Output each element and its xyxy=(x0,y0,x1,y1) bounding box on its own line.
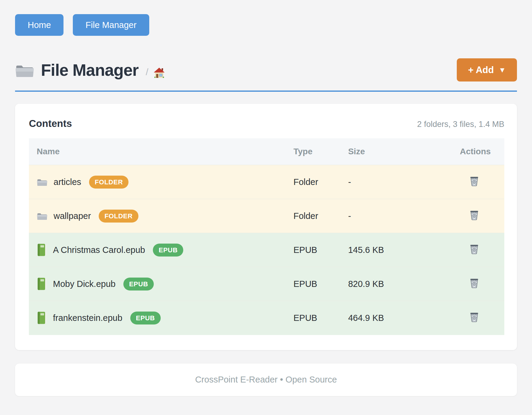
type-badge: EPUB xyxy=(153,244,183,257)
table-row[interactable]: articles FOLDER Folder - xyxy=(29,165,504,199)
add-button[interactable]: + Add ▼ xyxy=(457,58,517,81)
file-size: 145.6 KB xyxy=(348,245,384,255)
folder-icon xyxy=(37,212,48,220)
contents-card: Contents 2 folders, 3 files, 1.4 MB Name… xyxy=(15,104,517,350)
column-header-size: Size xyxy=(340,138,452,165)
delete-button[interactable] xyxy=(469,311,480,322)
green-book-icon xyxy=(37,277,47,290)
file-name[interactable]: Moby Dick.epub xyxy=(53,279,116,289)
file-size: - xyxy=(348,211,351,221)
breadcrumb: / xyxy=(146,66,166,78)
type-badge: EPUB xyxy=(123,278,154,290)
column-header-actions: Actions xyxy=(452,138,504,165)
top-nav: Home File Manager xyxy=(15,14,517,36)
page-header: File Manager / + Add ▼ xyxy=(15,58,517,81)
file-size: - xyxy=(348,177,351,187)
trash-icon xyxy=(469,217,480,221)
delete-button[interactable] xyxy=(469,175,480,186)
file-type: Folder xyxy=(293,211,318,221)
header-divider xyxy=(15,91,517,92)
table-header-row: Name Type Size Actions xyxy=(29,138,504,165)
folder-icon xyxy=(15,63,34,78)
card-title: Contents xyxy=(29,118,72,129)
file-name[interactable]: A Christmas Carol.epub xyxy=(53,245,145,255)
file-manager-button[interactable]: File Manager xyxy=(73,14,149,36)
trash-icon xyxy=(469,183,480,187)
file-size: 464.9 KB xyxy=(348,313,384,323)
caret-down-icon: ▼ xyxy=(499,66,506,74)
page: Home File Manager File Manager / + Add ▼… xyxy=(0,0,532,396)
type-badge: FOLDER xyxy=(99,210,138,223)
contents-summary: 2 folders, 3 files, 1.4 MB xyxy=(417,120,504,129)
trash-icon xyxy=(469,251,480,255)
green-book-icon xyxy=(37,311,47,324)
file-type: EPUB xyxy=(293,313,317,323)
file-size: 820.9 KB xyxy=(348,279,384,289)
home-icon[interactable] xyxy=(153,66,166,78)
breadcrumb-separator: / xyxy=(146,66,148,78)
home-button[interactable]: Home xyxy=(15,14,63,36)
column-header-type: Type xyxy=(286,138,340,165)
trash-icon xyxy=(469,319,480,323)
delete-button[interactable] xyxy=(469,277,480,288)
green-book-icon xyxy=(37,243,47,257)
table-row[interactable]: wallpaper FOLDER Folder - xyxy=(29,199,504,233)
type-badge: FOLDER xyxy=(89,176,128,189)
add-button-label: + Add xyxy=(468,65,494,75)
file-name[interactable]: wallpaper xyxy=(54,211,91,221)
folder-icon xyxy=(37,178,48,186)
file-type: EPUB xyxy=(293,245,317,255)
delete-button[interactable] xyxy=(469,243,480,254)
file-type: Folder xyxy=(293,177,318,187)
card-header: Contents 2 folders, 3 files, 1.4 MB xyxy=(29,118,504,129)
title-wrap: File Manager xyxy=(15,60,138,80)
type-badge: EPUB xyxy=(130,312,161,324)
table-row[interactable]: Moby Dick.epub EPUB EPUB 820.9 KB xyxy=(29,267,504,301)
table-row[interactable]: frankenstein.epub EPUB EPUB 464.9 KB xyxy=(29,301,504,335)
file-table: Name Type Size Actions articles FOLDER F… xyxy=(29,138,504,335)
file-type: EPUB xyxy=(293,279,317,289)
delete-button[interactable] xyxy=(469,209,480,220)
table-row[interactable]: A Christmas Carol.epub EPUB EPUB 145.6 K… xyxy=(29,233,504,267)
column-header-name: Name xyxy=(29,138,286,165)
file-name[interactable]: articles xyxy=(54,177,81,187)
file-name[interactable]: frankenstein.epub xyxy=(53,313,122,323)
trash-icon xyxy=(469,285,480,289)
footer-text: CrossPoint E-Reader • Open Source xyxy=(195,375,337,385)
page-title: File Manager xyxy=(41,60,138,80)
footer: CrossPoint E-Reader • Open Source xyxy=(15,364,517,396)
